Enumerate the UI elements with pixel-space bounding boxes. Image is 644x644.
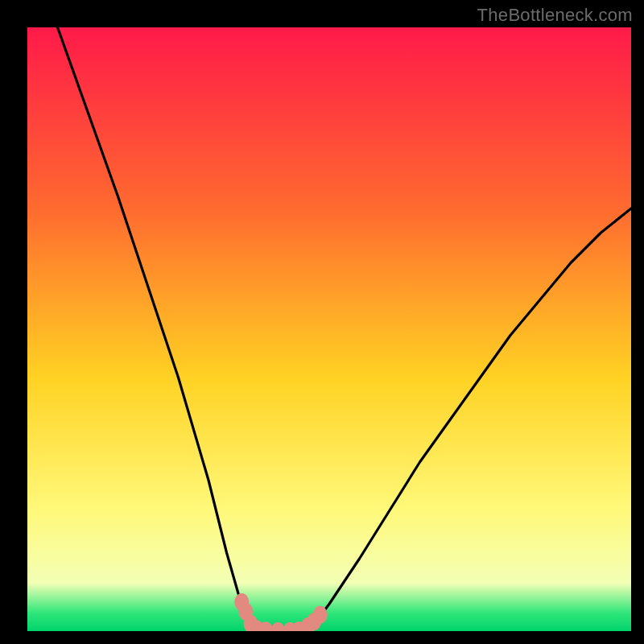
- chart-frame: TheBottleneck.com: [0, 0, 644, 644]
- watermark-text: TheBottleneck.com: [477, 5, 633, 26]
- data-marker: [313, 606, 328, 624]
- plot-svg: [27, 27, 631, 631]
- gradient-bg: [27, 27, 631, 631]
- plot-area: [27, 27, 631, 631]
